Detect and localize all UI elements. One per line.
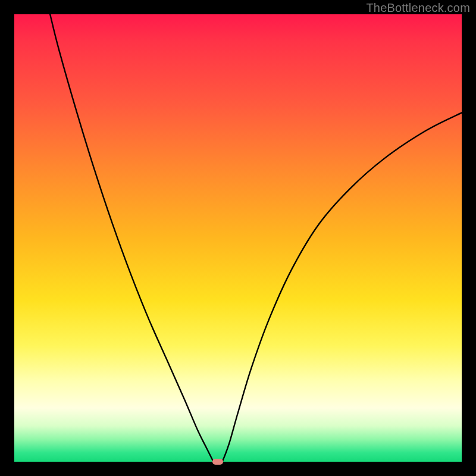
minimum-marker bbox=[212, 459, 223, 465]
outer-frame: TheBottleneck.com bbox=[0, 0, 476, 476]
bottleneck-curve bbox=[14, 14, 462, 462]
curve-right-branch bbox=[223, 112, 462, 462]
curve-left-branch bbox=[50, 14, 213, 462]
plot-area bbox=[14, 14, 462, 462]
watermark-text: TheBottleneck.com bbox=[366, 1, 470, 15]
